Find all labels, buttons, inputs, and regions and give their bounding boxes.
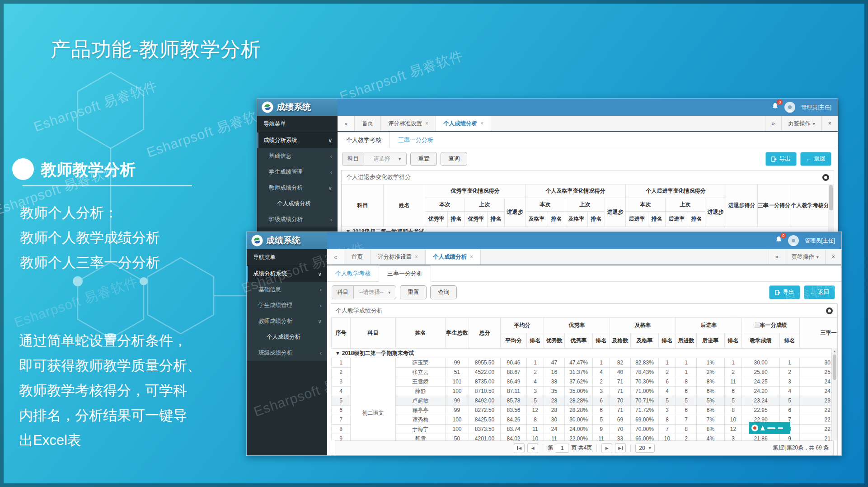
sidebar-item[interactable]: 个人成绩分析: [247, 329, 327, 345]
user-name[interactable]: 管理员[主任]: [805, 237, 835, 245]
sidebar-item[interactable]: 个人成绩分析: [257, 196, 338, 212]
subtab-personal-assessment[interactable]: 个人教学考核: [338, 132, 390, 148]
sidebar-item[interactable]: 教师成绩分析∨: [247, 313, 327, 329]
close-icon[interactable]: ×: [480, 120, 483, 127]
table-row[interactable]: 9韩雪504201.0084.02101122.00%113366.00%102…: [332, 434, 838, 441]
table-cell: 10: [659, 434, 676, 441]
col-step-score: 进退步得分: [726, 184, 758, 227]
sidebar-item[interactable]: 基础信息‹: [257, 148, 338, 164]
tab-operations-dropdown[interactable]: 页签操作▾: [781, 116, 821, 131]
first-page-button[interactable]: ◀: [514, 443, 525, 453]
table-row[interactable]: 4薛静1008710.5087.1133535.00%37171.00%466%…: [332, 387, 838, 396]
sidebar-item[interactable]: 学生成绩管理‹: [257, 164, 338, 180]
table-cell: 30.00%: [565, 415, 593, 425]
subtab-three-rate-analysis[interactable]: 三率一分分析: [390, 132, 441, 148]
table-cell: 86.49: [501, 377, 527, 387]
sidebar-item[interactable]: 班级成绩分析‹: [247, 345, 327, 361]
col-three-rate-cut: 三率一分: [800, 318, 837, 349]
table-row[interactable]: 3王雪娇1018735.0086.4943837.62%27170.30%688…: [332, 377, 838, 387]
avatar[interactable]: [788, 235, 799, 246]
app-logo[interactable]: 成绩系统: [257, 99, 338, 116]
vertical-scrollbar[interactable]: [828, 184, 834, 232]
avatar[interactable]: [784, 102, 795, 113]
tab-scoring-standard[interactable]: 评分标准设置×: [371, 249, 426, 265]
table-row[interactable]: 5卢超敏998492.0085.7852828.28%67070.71%555%…: [332, 396, 838, 406]
gear-icon[interactable]: [826, 307, 833, 314]
table-cell: 24: [544, 425, 565, 434]
reset-button[interactable]: 重置: [410, 152, 437, 166]
sidebar-item[interactable]: 成绩分析系统∨: [257, 132, 338, 148]
export-button[interactable]: 导出: [765, 152, 797, 166]
table-cell: 71.00%: [631, 387, 659, 396]
table-cell: 11: [593, 434, 610, 441]
tab-strip-right: » 页签操作▾ ×: [769, 249, 841, 265]
sidebar-item-label: 个人成绩分析: [277, 200, 332, 208]
back-button[interactable]: ←返回: [800, 152, 832, 166]
sidebar-item[interactable]: 教师成绩分析∨: [257, 180, 338, 196]
table-cell: 3: [527, 387, 544, 396]
page-number-input[interactable]: [556, 444, 568, 453]
tab-home[interactable]: 首页: [355, 116, 381, 131]
table-cell: 6: [725, 387, 742, 396]
export-button[interactable]: 导出: [769, 285, 800, 299]
table-cell: 1: [676, 368, 697, 377]
seal-icon: [751, 425, 758, 431]
notifications-button[interactable]: 0: [775, 236, 782, 245]
user-name[interactable]: 管理员[主任]: [801, 104, 831, 111]
query-button[interactable]: 查询: [430, 285, 457, 299]
sidebar-item[interactable]: 基础信息‹: [247, 282, 327, 298]
table-cell: 6%: [697, 387, 725, 396]
col-behind-count: 后进数: [676, 333, 697, 349]
sidebar-item[interactable]: 学生成绩管理‹: [247, 298, 327, 313]
close-icon[interactable]: ×: [470, 254, 473, 260]
table-cell: 10: [527, 434, 544, 441]
tab-scoring-standard[interactable]: 评分标准设置×: [381, 116, 436, 131]
query-button[interactable]: 查询: [441, 152, 467, 166]
table-row[interactable]: 1初二语文薛玉荣998955.5090.4614747.47%18282.83%…: [332, 358, 838, 368]
logo-mark: [767, 427, 775, 429]
para-line: 出Excel表: [19, 428, 201, 453]
gear-icon[interactable]: [822, 174, 829, 181]
page-size-select[interactable]: 20▾: [635, 444, 654, 453]
tab-personal-score-analysis[interactable]: 个人成绩分析×: [426, 249, 481, 265]
page-label: 第: [548, 444, 553, 452]
prev-page-button[interactable]: ◀: [527, 443, 538, 453]
table-row[interactable]: 2张立云514522.0088.6721631.37%44078.43%212%…: [332, 368, 838, 377]
sidebar-item[interactable]: 成绩分析系统∨: [247, 266, 327, 282]
scroll-up-icon[interactable]: ▲: [832, 348, 837, 354]
table-cell: 8955.50: [469, 358, 501, 368]
fullscreen-icon[interactable]: ×: [821, 116, 838, 131]
app-logo[interactable]: 成绩系统: [247, 232, 327, 249]
tabs-scroll-right-icon[interactable]: »: [769, 249, 785, 265]
subtab-personal-assessment[interactable]: 个人教学考核: [327, 265, 379, 281]
tabs-scroll-left-icon[interactable]: «: [327, 249, 344, 265]
subtab-three-rate-analysis[interactable]: 三率一分分析: [379, 265, 431, 282]
next-page-button[interactable]: ▶: [601, 443, 612, 453]
exam-group-row[interactable]: ▼ 2018级初二第一学期期末考试: [332, 349, 838, 358]
subject-select[interactable]: --请选择--▾: [353, 285, 396, 299]
reset-button[interactable]: 重置: [400, 285, 427, 299]
table-row[interactable]: 6籍亭亭998272.5083.56122828.28%67171.72%366…: [332, 406, 838, 415]
vertical-scrollbar[interactable]: ▲: [831, 348, 837, 440]
col-group-average: 平均分: [501, 318, 544, 333]
sidebar-item[interactable]: 班级成绩分析‹: [257, 212, 338, 227]
table-cell: 2: [659, 368, 676, 377]
close-icon[interactable]: ×: [425, 120, 428, 127]
col-rank: 排名: [659, 333, 676, 349]
back-button[interactable]: ←返回: [804, 285, 835, 299]
table-cell: 84.26: [501, 415, 527, 425]
tab-operations-dropdown[interactable]: 页签操作▾: [785, 249, 825, 265]
table-cell: 4%: [697, 434, 725, 441]
subject-select[interactable]: --请选择--▾: [364, 152, 407, 166]
tabs-scroll-left-icon[interactable]: «: [338, 116, 355, 131]
close-icon[interactable]: ×: [415, 254, 418, 260]
fullscreen-icon[interactable]: ×: [825, 249, 841, 265]
chevron-down-icon: ▾: [649, 445, 651, 450]
col-subject: 科目: [342, 184, 384, 227]
table-cell: 78.43%: [631, 368, 659, 377]
tab-personal-score-analysis[interactable]: 个人成绩分析×: [436, 116, 491, 131]
last-page-button[interactable]: ▶: [615, 443, 626, 453]
tab-home[interactable]: 首页: [344, 249, 371, 265]
tabs-scroll-right-icon[interactable]: »: [765, 116, 781, 131]
notifications-button[interactable]: 0: [772, 103, 779, 112]
